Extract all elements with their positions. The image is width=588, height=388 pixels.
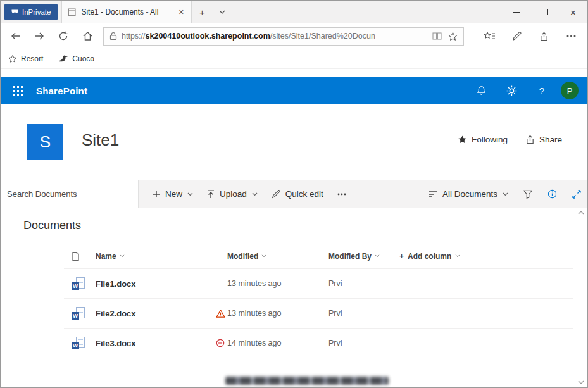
modified-column-header[interactable]: Modified bbox=[227, 252, 328, 261]
command-more-icon[interactable] bbox=[337, 193, 346, 196]
table-row[interactable]: W File2.docx 13 minutes ago Prvi bbox=[64, 299, 573, 329]
app-launcher-waffle-icon[interactable] bbox=[3, 77, 32, 104]
browser-toolbar-right bbox=[476, 32, 585, 41]
add-column-header[interactable]: + Add column bbox=[399, 252, 573, 261]
quick-edit-button[interactable]: Quick edit bbox=[272, 189, 323, 199]
add-favorite-star-icon[interactable] bbox=[448, 32, 458, 41]
command-bar-right: All Documents bbox=[413, 189, 587, 199]
quick-edit-label: Quick edit bbox=[285, 189, 323, 199]
bird-icon bbox=[58, 55, 68, 63]
url-text: https://sk200410outlook.sharepoint.com/s… bbox=[122, 32, 375, 41]
search-box bbox=[1, 180, 139, 208]
add-column-label: Add column bbox=[408, 252, 451, 261]
maximize-button[interactable] bbox=[530, 1, 559, 23]
site-header: S Site1 Following Share bbox=[1, 104, 587, 180]
forward-button[interactable] bbox=[27, 31, 51, 41]
address-bar-actions bbox=[432, 32, 458, 41]
modified-value: 14 minutes ago bbox=[227, 339, 281, 347]
info-icon[interactable] bbox=[547, 189, 557, 199]
close-button[interactable]: × bbox=[559, 1, 587, 23]
lock-icon bbox=[109, 32, 117, 41]
modified-by-column-label: Modified By bbox=[328, 252, 372, 261]
favorite-label: Resort bbox=[21, 54, 43, 63]
modified-by-column-header[interactable]: Modified By bbox=[328, 252, 399, 261]
sharepoint-suite-bar: SharePoint ? P bbox=[1, 77, 587, 104]
word-file-icon: W bbox=[72, 307, 85, 320]
account-avatar[interactable]: P bbox=[561, 82, 579, 99]
hub-favorites-icon[interactable] bbox=[476, 32, 503, 41]
back-button[interactable] bbox=[3, 31, 27, 41]
notifications-bell-icon[interactable] bbox=[466, 77, 496, 104]
warning-icon bbox=[216, 310, 225, 318]
plus-icon: + bbox=[399, 252, 404, 261]
sharepoint-brand[interactable]: SharePoint bbox=[36, 85, 87, 96]
upload-label: Upload bbox=[220, 189, 247, 199]
address-bar[interactable]: https://sk200410outlook.sharepoint.com/s… bbox=[103, 27, 464, 46]
reading-view-icon[interactable] bbox=[432, 32, 442, 40]
new-button[interactable]: New bbox=[153, 189, 193, 199]
minimize-button[interactable] bbox=[502, 1, 530, 23]
file-name[interactable]: File2.docx bbox=[96, 309, 136, 318]
view-selector-label: All Documents bbox=[442, 189, 497, 199]
filter-funnel-icon[interactable] bbox=[523, 190, 532, 199]
tab-bar: InPrivate Site1 - Documents - All × + × bbox=[1, 1, 587, 23]
new-label: New bbox=[165, 189, 182, 199]
fullscreen-expand-icon[interactable] bbox=[572, 190, 581, 199]
status-cell bbox=[216, 339, 227, 347]
modified-by-value: Prvi bbox=[328, 309, 342, 318]
favorite-item-cuoco[interactable]: Cuoco bbox=[58, 54, 94, 63]
tab-preview-chevron-icon[interactable] bbox=[212, 1, 232, 23]
scroll-up-arrow[interactable] bbox=[578, 211, 584, 215]
new-tab-button[interactable]: + bbox=[192, 1, 212, 23]
modified-by-value: Prvi bbox=[328, 279, 342, 288]
share-site-button[interactable]: Share bbox=[525, 135, 562, 144]
site-logo[interactable]: S bbox=[27, 124, 63, 160]
scroll-down-arrow[interactable] bbox=[578, 380, 584, 384]
upload-button[interactable]: Upload bbox=[207, 189, 258, 199]
favorite-item-resort[interactable]: Resort bbox=[8, 54, 43, 63]
document-library-content: Documents Name Modified Modified By bbox=[1, 208, 587, 387]
file-type-column-header[interactable] bbox=[64, 251, 96, 261]
tab-title: Site1 - Documents - All bbox=[81, 8, 172, 16]
site-actions: Following Share bbox=[458, 135, 562, 144]
command-bar: New Upload Quick edit All Documents bbox=[1, 180, 587, 208]
refresh-button[interactable] bbox=[51, 31, 75, 41]
tab-close-icon[interactable]: × bbox=[177, 6, 185, 18]
documents-table: Name Modified Modified By + Add column bbox=[64, 244, 573, 358]
browser-tab[interactable]: Site1 - Documents - All × bbox=[61, 1, 192, 23]
blocked-icon bbox=[216, 339, 225, 347]
view-selector-button[interactable]: All Documents bbox=[428, 189, 508, 199]
site-title[interactable]: Site1 bbox=[82, 130, 119, 150]
search-input[interactable] bbox=[7, 189, 127, 199]
following-label: Following bbox=[472, 135, 508, 144]
more-options-icon[interactable] bbox=[558, 35, 585, 37]
file-name[interactable]: File3.docx bbox=[96, 339, 136, 348]
favorite-label: Cuoco bbox=[72, 54, 94, 63]
inprivate-badge: InPrivate bbox=[4, 4, 58, 20]
home-button[interactable] bbox=[75, 31, 99, 41]
share-box-icon bbox=[525, 135, 535, 144]
table-row[interactable]: W File1.docx 13 minutes ago Prvi bbox=[64, 269, 573, 299]
table-row[interactable]: W File3.docx 14 minutes ago Prvi bbox=[64, 329, 573, 358]
inprivate-label: InPrivate bbox=[22, 8, 51, 16]
modified-value: 13 minutes ago bbox=[227, 309, 281, 318]
share-icon[interactable] bbox=[530, 32, 558, 41]
tab-favicon bbox=[68, 8, 76, 16]
modified-by-value: Prvi bbox=[328, 339, 342, 347]
web-note-pen-icon[interactable] bbox=[503, 32, 530, 41]
window-controls: × bbox=[502, 1, 587, 23]
blurred-text-strip bbox=[225, 377, 389, 385]
status-cell bbox=[216, 310, 227, 318]
name-column-header[interactable]: Name bbox=[96, 252, 216, 261]
modified-column-label: Modified bbox=[227, 252, 258, 261]
settings-gear-icon[interactable] bbox=[496, 77, 527, 104]
star-icon bbox=[8, 54, 17, 63]
table-header-row: Name Modified Modified By + Add column bbox=[64, 244, 573, 269]
word-file-icon: W bbox=[72, 277, 85, 290]
following-button[interactable]: Following bbox=[458, 135, 508, 144]
help-button[interactable]: ? bbox=[527, 77, 557, 104]
word-file-icon: W bbox=[72, 337, 85, 349]
share-label: Share bbox=[539, 135, 562, 144]
star-filled-icon bbox=[458, 135, 467, 144]
file-name[interactable]: File1.docx bbox=[96, 279, 136, 289]
